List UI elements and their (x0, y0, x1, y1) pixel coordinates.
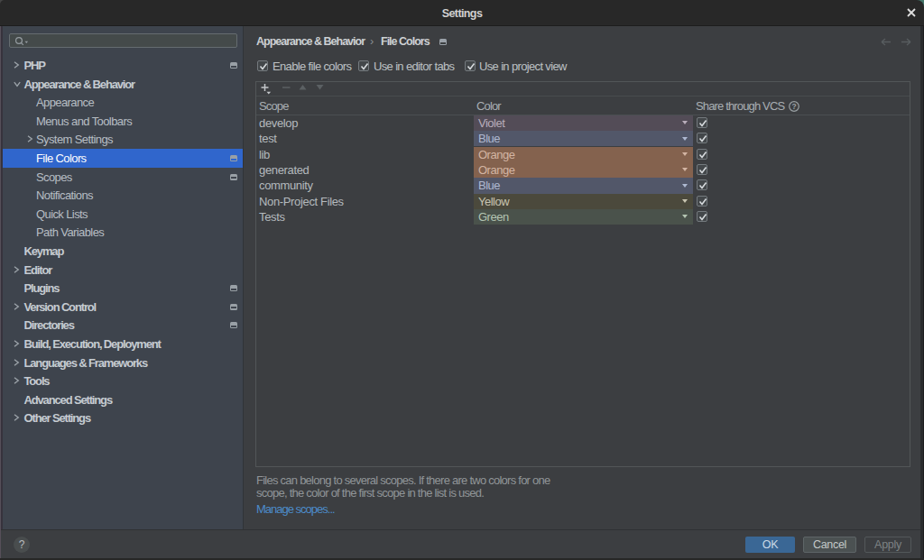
svg-text:?: ? (791, 102, 796, 111)
